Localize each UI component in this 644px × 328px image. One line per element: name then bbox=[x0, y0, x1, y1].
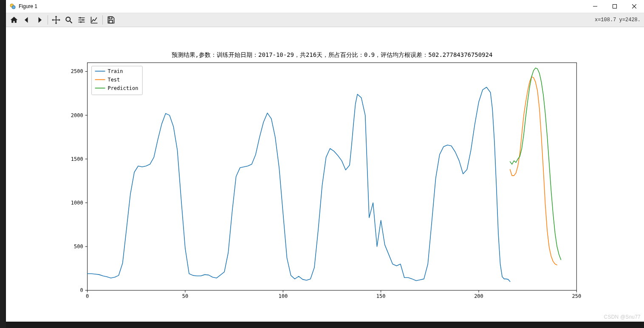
cursor-coordinates: x=108.7 y=2428. bbox=[595, 13, 641, 27]
svg-point-4 bbox=[79, 17, 81, 18]
zoom-button[interactable] bbox=[62, 14, 75, 26]
minimize-button[interactable] bbox=[585, 0, 605, 13]
configure-button[interactable] bbox=[75, 14, 88, 26]
svg-rect-8 bbox=[109, 20, 113, 23]
svg-rect-7 bbox=[109, 17, 112, 19]
ytick-label: 2500 bbox=[71, 68, 83, 74]
xtick-label: 100 bbox=[278, 293, 288, 299]
axes-frame bbox=[88, 63, 577, 290]
matplotlib-toolbar: x=108.7 y=2428. bbox=[6, 13, 644, 27]
toolbar-separator bbox=[102, 15, 103, 25]
window-title: Figure 1 bbox=[19, 3, 37, 9]
xtick-label: 250 bbox=[572, 293, 581, 299]
home-button[interactable] bbox=[8, 14, 20, 26]
back-button[interactable] bbox=[20, 14, 33, 26]
svg-rect-2 bbox=[613, 5, 617, 8]
xtick-label: 0 bbox=[86, 293, 89, 299]
series-prediction bbox=[510, 68, 561, 260]
app-icon bbox=[9, 3, 16, 10]
chart-svg: 预测结果,参数：训练开始日期：2017-10-29，共216天，所占百分比：0.… bbox=[6, 27, 644, 322]
plot-canvas[interactable]: 预测结果,参数：训练开始日期：2017-10-29，共216天，所占百分比：0.… bbox=[6, 27, 644, 322]
titlebar: Figure 1 bbox=[6, 0, 644, 13]
edit-axis-button[interactable] bbox=[88, 14, 101, 26]
ytick-label: 1000 bbox=[71, 200, 83, 206]
ytick-label: 1500 bbox=[71, 156, 83, 162]
maximize-button[interactable] bbox=[605, 0, 624, 13]
ytick-label: 2000 bbox=[71, 112, 83, 118]
editor-left-strip bbox=[0, 0, 6, 328]
legend-label: Train bbox=[107, 68, 123, 74]
save-button[interactable] bbox=[105, 14, 117, 26]
figure-window: Figure 1 bbox=[6, 0, 644, 322]
svg-point-3 bbox=[66, 17, 70, 21]
toolbar-separator bbox=[48, 15, 48, 25]
xtick-label: 150 bbox=[376, 293, 386, 299]
xtick-label: 50 bbox=[182, 293, 188, 299]
svg-point-5 bbox=[82, 19, 84, 20]
series-train bbox=[88, 87, 510, 281]
close-button[interactable] bbox=[624, 0, 644, 13]
svg-point-1 bbox=[12, 6, 15, 9]
legend-label: Test bbox=[107, 77, 120, 83]
watermark: CSDN @Snu77 bbox=[604, 314, 641, 320]
ytick-label: 0 bbox=[80, 287, 83, 293]
chart-title: 预测结果,参数：训练开始日期：2017-10-29，共216天，所占百分比：0.… bbox=[172, 51, 493, 58]
legend-label: Prediction bbox=[107, 85, 138, 91]
ytick-label: 500 bbox=[74, 244, 83, 250]
svg-point-6 bbox=[80, 21, 82, 22]
pan-button[interactable] bbox=[50, 14, 62, 26]
xtick-label: 200 bbox=[474, 293, 483, 299]
forward-button[interactable] bbox=[33, 14, 46, 26]
